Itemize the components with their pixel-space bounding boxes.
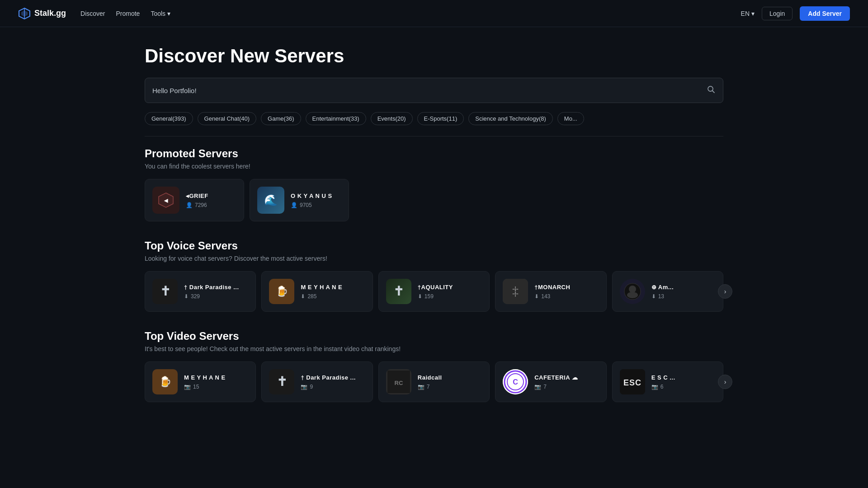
grief-info: ◂GRIEF 👤 7296 [186, 192, 236, 208]
scroll-right-button[interactable]: › [718, 284, 732, 299]
search-icon [707, 85, 716, 96]
search-input[interactable] [152, 87, 707, 94]
video-icon: 📷 [184, 384, 191, 390]
okyanus-name: O K Y A N U S [291, 192, 341, 199]
svg-line-4 [712, 90, 715, 93]
video-section: Top Video Servers It's best to see peopl… [145, 330, 723, 402]
logo-text: Stalk.gg [34, 9, 66, 18]
video-title: Top Video Servers [145, 330, 723, 343]
grief-name: ◂GRIEF [186, 192, 236, 199]
category-general[interactable]: General(393) [145, 112, 193, 125]
nav-links: Discover Promote Tools ▾ [80, 10, 170, 17]
dark-paradise-meta: ⬇ 329 [184, 293, 248, 300]
video-card-meyhane[interactable]: 🍺 M E Y H A N E 📷 15 [145, 361, 256, 402]
download-icon: ⬇ [651, 293, 656, 300]
chevron-down-icon: ▾ [167, 10, 170, 17]
voice-card-dark-paradise[interactable]: ✝ † Dark Paradise ... ⬇ 329 [145, 271, 256, 312]
video-cards-row: 🍺 M E Y H A N E 📷 15 ✝ † Dark Paradise .… [145, 361, 723, 402]
language-selector[interactable]: EN ▾ [741, 10, 755, 17]
avatar-meyhane-video: 🍺 [152, 369, 178, 394]
avatar-okyanus: 🌊 [257, 187, 284, 214]
category-events[interactable]: Events(20) [371, 112, 413, 125]
video-card-cafeteria[interactable]: C CAFETERIA ☁ 📷 7 [495, 361, 606, 402]
category-more[interactable]: Mo... [557, 112, 584, 125]
voice-card-meyhane[interactable]: 🍺 M E Y H A N E ⬇ 285 [261, 271, 373, 312]
video-card-escape[interactable]: ESC E S C ... 📷 6 [612, 361, 723, 402]
voice-section: Top Voice Servers Looking for voice chat… [145, 239, 723, 312]
svg-text:C: C [513, 378, 518, 386]
category-science[interactable]: Science and Technology(8) [468, 112, 553, 125]
voice-card-am[interactable]: ⊕ Am... ⬇ 13 [612, 271, 723, 312]
avatar-raidcall: RC [386, 369, 411, 394]
nav-promote[interactable]: Promote [116, 10, 140, 17]
escape-name: E S C ... [651, 374, 716, 381]
promoted-subtitle: You can find the coolest servers here! [145, 163, 723, 170]
nav-discover[interactable]: Discover [80, 10, 105, 17]
cross-icon: ✝ [277, 375, 287, 388]
raidcall-name: Raidcall [418, 374, 482, 381]
video-meyhane-name: M E Y H A N E [184, 374, 248, 381]
avatar-escape: ESC [620, 369, 645, 394]
avatar-am [620, 279, 645, 304]
category-entertainment[interactable]: Entertainment(33) [306, 112, 366, 125]
escape-meta: 📷 6 [651, 384, 716, 390]
video-subtitle: It's best to see people! Check out the m… [145, 345, 723, 352]
avatar-dark-paradise-video: ✝ [269, 369, 294, 394]
cafeteria-meta: 📷 7 [534, 384, 599, 390]
monarch-info: †MONARCH ⬇ 143 [534, 284, 599, 300]
meyhane-name: M E Y H A N E [301, 284, 365, 291]
add-server-button[interactable]: Add Server [800, 6, 850, 21]
video-card-raidcall[interactable]: RC Raidcall 📷 7 [378, 361, 490, 402]
category-game[interactable]: Game(36) [261, 112, 301, 125]
video-icon: 📷 [301, 384, 307, 390]
grief-meta: 👤 7296 [186, 202, 236, 208]
chevron-down-icon: ▾ [751, 10, 755, 17]
svg-text:RC: RC [394, 380, 403, 386]
video-icon: 📷 [418, 384, 425, 390]
svg-point-8 [629, 286, 636, 293]
category-tags: General(393) General Chat(40) Game(36) E… [145, 112, 723, 125]
am-meta: ⬇ 13 [651, 293, 716, 300]
download-icon: ⬇ [418, 293, 422, 300]
video-dark-paradise-info: † Dark Paradise ... 📷 9 [301, 374, 365, 390]
dark-paradise-name: † Dark Paradise ... [184, 284, 248, 291]
search-bar [145, 78, 723, 103]
aquality-meta: ⬇ 159 [418, 293, 482, 300]
cafeteria-name: CAFETERIA ☁ [534, 374, 599, 381]
users-icon: 👤 [186, 202, 193, 208]
okyanus-info: O K Y A N U S 👤 9705 [291, 192, 341, 208]
video-meyhane-info: M E Y H A N E 📷 15 [184, 374, 248, 390]
avatar-dark-paradise: ✝ [152, 279, 178, 304]
svg-text:◂: ◂ [164, 197, 168, 204]
svg-text:ESC: ESC [623, 378, 642, 387]
divider [145, 136, 723, 136]
voice-card-monarch[interactable]: †MONARCH ⬇ 143 [495, 271, 606, 312]
category-esports[interactable]: E-Sports(11) [417, 112, 464, 125]
promoted-title: Promoted Servers [145, 147, 723, 160]
category-general-chat[interactable]: General Chat(40) [198, 112, 256, 125]
raidcall-info: Raidcall 📷 7 [418, 374, 482, 390]
promoted-card-grief[interactable]: ◂ ◂GRIEF 👤 7296 [145, 179, 244, 221]
navbar: Stalk.gg Discover Promote Tools ▾ EN ▾ L… [0, 0, 868, 27]
download-icon: ⬇ [301, 293, 305, 300]
nav-tools[interactable]: Tools ▾ [151, 10, 170, 17]
monarch-meta: ⬇ 143 [534, 293, 599, 300]
video-scroll-right-button[interactable]: › [718, 375, 732, 389]
logo[interactable]: Stalk.gg [18, 7, 66, 20]
am-name: ⊕ Am... [651, 284, 716, 291]
download-icon: ⬇ [534, 293, 539, 300]
download-icon: ⬇ [184, 293, 189, 300]
promoted-cards-row: ◂ ◂GRIEF 👤 7296 🌊 O K Y A N U S [145, 179, 723, 221]
login-button[interactable]: Login [762, 7, 793, 20]
voice-card-aquality[interactable]: ✝ †AQUALITY ⬇ 159 [378, 271, 490, 312]
promoted-card-okyanus[interactable]: 🌊 O K Y A N U S 👤 9705 [250, 179, 349, 221]
video-dark-paradise-meta: 📷 9 [301, 384, 365, 390]
am-info: ⊕ Am... ⬇ 13 [651, 284, 716, 300]
dark-paradise-info: † Dark Paradise ... ⬇ 329 [184, 284, 248, 300]
video-card-dark-paradise[interactable]: ✝ † Dark Paradise ... 📷 9 [261, 361, 373, 402]
video-icon: 📷 [534, 384, 541, 390]
users-icon: 👤 [291, 202, 297, 208]
avatar-aquality: ✝ [386, 279, 411, 304]
avatar-grief: ◂ [152, 187, 179, 214]
main-content: Discover New Servers General(393) Genera… [118, 27, 750, 438]
